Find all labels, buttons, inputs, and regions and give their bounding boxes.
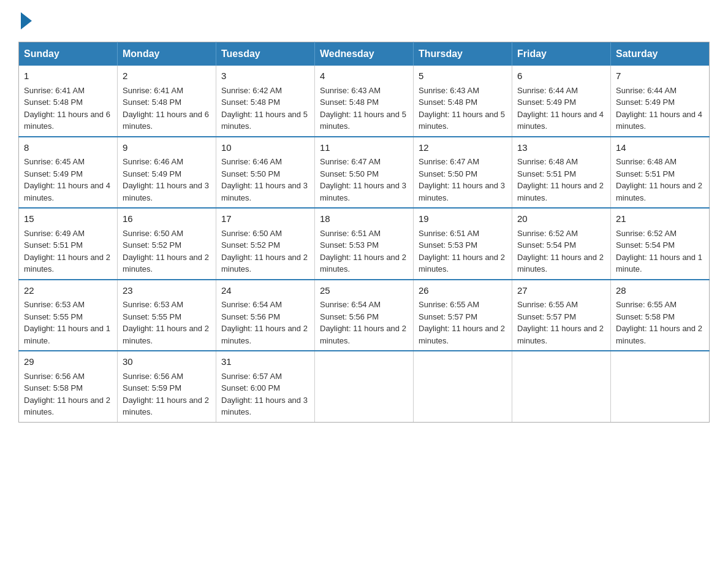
calendar-cell: 12 Sunrise: 6:47 AMSunset: 5:50 PMDaylig…: [414, 137, 512, 209]
day-number: 10: [221, 141, 309, 155]
day-number: 29: [24, 355, 112, 369]
day-number: 8: [24, 141, 112, 155]
day-number: 26: [419, 284, 507, 298]
day-info: Sunrise: 6:56 AMSunset: 5:58 PMDaylight:…: [24, 372, 110, 417]
calendar-cell: 21 Sunrise: 6:52 AMSunset: 5:54 PMDaylig…: [611, 208, 710, 280]
day-info: Sunrise: 6:52 AMSunset: 5:54 PMDaylight:…: [616, 229, 702, 274]
page-header: [18, 12, 710, 29]
day-info: Sunrise: 6:55 AMSunset: 5:57 PMDaylight:…: [419, 300, 505, 345]
calendar-cell: 1 Sunrise: 6:41 AMSunset: 5:48 PMDayligh…: [19, 66, 118, 137]
calendar-cell: 26 Sunrise: 6:55 AMSunset: 5:57 PMDaylig…: [414, 280, 512, 351]
day-number: 27: [517, 284, 605, 298]
day-info: Sunrise: 6:41 AMSunset: 5:48 PMDaylight:…: [123, 86, 209, 131]
calendar-cell: 30 Sunrise: 6:56 AMSunset: 5:59 PMDaylig…: [118, 351, 216, 422]
day-info: Sunrise: 6:54 AMSunset: 5:56 PMDaylight:…: [320, 300, 406, 345]
day-info: Sunrise: 6:45 AMSunset: 5:49 PMDaylight:…: [24, 157, 110, 202]
day-info: Sunrise: 6:56 AMSunset: 5:59 PMDaylight:…: [123, 372, 209, 417]
day-info: Sunrise: 6:46 AMSunset: 5:49 PMDaylight:…: [123, 157, 209, 202]
day-number: 20: [517, 212, 605, 226]
calendar-cell: 27 Sunrise: 6:55 AMSunset: 5:57 PMDaylig…: [512, 280, 611, 351]
day-number: 19: [419, 212, 507, 226]
day-info: Sunrise: 6:50 AMSunset: 5:52 PMDaylight:…: [123, 229, 209, 274]
calendar-cell: 8 Sunrise: 6:45 AMSunset: 5:49 PMDayligh…: [19, 137, 118, 209]
day-info: Sunrise: 6:55 AMSunset: 5:58 PMDaylight:…: [616, 300, 702, 345]
header-row: SundayMondayTuesdayWednesdayThursdayFrid…: [19, 42, 710, 66]
day-info: Sunrise: 6:48 AMSunset: 5:51 PMDaylight:…: [616, 157, 702, 202]
day-number: 1: [24, 69, 112, 83]
header-cell-friday: Friday: [512, 42, 611, 66]
day-info: Sunrise: 6:55 AMSunset: 5:57 PMDaylight:…: [517, 300, 604, 345]
day-info: Sunrise: 6:54 AMSunset: 5:56 PMDaylight:…: [221, 300, 308, 345]
calendar-week-row: 29 Sunrise: 6:56 AMSunset: 5:58 PMDaylig…: [19, 351, 710, 422]
calendar-cell: 18 Sunrise: 6:51 AMSunset: 5:53 PMDaylig…: [315, 208, 414, 280]
calendar-cell: 22 Sunrise: 6:53 AMSunset: 5:55 PMDaylig…: [19, 280, 118, 351]
day-info: Sunrise: 6:52 AMSunset: 5:54 PMDaylight:…: [517, 229, 604, 274]
day-number: 23: [123, 284, 211, 298]
day-info: Sunrise: 6:43 AMSunset: 5:48 PMDaylight:…: [419, 86, 505, 131]
day-number: 15: [24, 212, 112, 226]
header-cell-sunday: Sunday: [19, 42, 118, 66]
day-number: 30: [123, 355, 211, 369]
logo-arrow-icon: [21, 12, 32, 29]
calendar-cell: 20 Sunrise: 6:52 AMSunset: 5:54 PMDaylig…: [512, 208, 611, 280]
calendar-table: SundayMondayTuesdayWednesdayThursdayFrid…: [18, 42, 710, 423]
calendar-cell: 4 Sunrise: 6:43 AMSunset: 5:48 PMDayligh…: [315, 66, 414, 137]
calendar-cell: 17 Sunrise: 6:50 AMSunset: 5:52 PMDaylig…: [216, 208, 315, 280]
day-number: 7: [616, 69, 704, 83]
day-info: Sunrise: 6:57 AMSunset: 6:00 PMDaylight:…: [221, 372, 308, 417]
calendar-cell: 29 Sunrise: 6:56 AMSunset: 5:58 PMDaylig…: [19, 351, 118, 422]
calendar-cell: 7 Sunrise: 6:44 AMSunset: 5:49 PMDayligh…: [611, 66, 710, 137]
logo: [18, 12, 32, 29]
calendar-cell: 10 Sunrise: 6:46 AMSunset: 5:50 PMDaylig…: [216, 137, 315, 209]
day-number: 31: [221, 355, 309, 369]
day-info: Sunrise: 6:47 AMSunset: 5:50 PMDaylight:…: [320, 157, 406, 202]
day-info: Sunrise: 6:47 AMSunset: 5:50 PMDaylight:…: [419, 157, 505, 202]
calendar-week-row: 8 Sunrise: 6:45 AMSunset: 5:49 PMDayligh…: [19, 137, 710, 209]
day-info: Sunrise: 6:51 AMSunset: 5:53 PMDaylight:…: [320, 229, 406, 274]
calendar-cell: [512, 351, 611, 422]
header-cell-wednesday: Wednesday: [315, 42, 414, 66]
day-info: Sunrise: 6:53 AMSunset: 5:55 PMDaylight:…: [24, 300, 110, 345]
calendar-cell: 2 Sunrise: 6:41 AMSunset: 5:48 PMDayligh…: [118, 66, 216, 137]
calendar-body: 1 Sunrise: 6:41 AMSunset: 5:48 PMDayligh…: [19, 66, 710, 422]
day-number: 21: [616, 212, 704, 226]
day-info: Sunrise: 6:44 AMSunset: 5:49 PMDaylight:…: [616, 86, 702, 131]
day-info: Sunrise: 6:50 AMSunset: 5:52 PMDaylight:…: [221, 229, 308, 274]
day-info: Sunrise: 6:43 AMSunset: 5:48 PMDaylight:…: [320, 86, 406, 131]
calendar-cell: 9 Sunrise: 6:46 AMSunset: 5:49 PMDayligh…: [118, 137, 216, 209]
day-info: Sunrise: 6:42 AMSunset: 5:48 PMDaylight:…: [221, 86, 308, 131]
day-number: 12: [419, 141, 507, 155]
calendar-cell: 14 Sunrise: 6:48 AMSunset: 5:51 PMDaylig…: [611, 137, 710, 209]
calendar-week-row: 15 Sunrise: 6:49 AMSunset: 5:51 PMDaylig…: [19, 208, 710, 280]
calendar-week-row: 22 Sunrise: 6:53 AMSunset: 5:55 PMDaylig…: [19, 280, 710, 351]
day-info: Sunrise: 6:41 AMSunset: 5:48 PMDaylight:…: [24, 86, 110, 131]
calendar-cell: 19 Sunrise: 6:51 AMSunset: 5:53 PMDaylig…: [414, 208, 512, 280]
day-number: 25: [320, 284, 408, 298]
calendar-cell: 25 Sunrise: 6:54 AMSunset: 5:56 PMDaylig…: [315, 280, 414, 351]
calendar-cell: [611, 351, 710, 422]
header-cell-thursday: Thursday: [414, 42, 512, 66]
day-number: 18: [320, 212, 408, 226]
day-number: 17: [221, 212, 309, 226]
day-number: 16: [123, 212, 211, 226]
calendar-cell: 24 Sunrise: 6:54 AMSunset: 5:56 PMDaylig…: [216, 280, 315, 351]
calendar-cell: 31 Sunrise: 6:57 AMSunset: 6:00 PMDaylig…: [216, 351, 315, 422]
calendar-cell: 13 Sunrise: 6:48 AMSunset: 5:51 PMDaylig…: [512, 137, 611, 209]
day-number: 6: [517, 69, 605, 83]
day-number: 3: [221, 69, 309, 83]
header-cell-monday: Monday: [118, 42, 216, 66]
day-info: Sunrise: 6:48 AMSunset: 5:51 PMDaylight:…: [517, 157, 604, 202]
day-number: 22: [24, 284, 112, 298]
day-number: 28: [616, 284, 704, 298]
calendar-week-row: 1 Sunrise: 6:41 AMSunset: 5:48 PMDayligh…: [19, 66, 710, 137]
day-number: 9: [123, 141, 211, 155]
day-number: 2: [123, 69, 211, 83]
header-cell-saturday: Saturday: [611, 42, 710, 66]
calendar-header: SundayMondayTuesdayWednesdayThursdayFrid…: [19, 42, 710, 66]
day-info: Sunrise: 6:51 AMSunset: 5:53 PMDaylight:…: [419, 229, 505, 274]
calendar-cell: 6 Sunrise: 6:44 AMSunset: 5:49 PMDayligh…: [512, 66, 611, 137]
calendar-cell: [315, 351, 414, 422]
day-number: 14: [616, 141, 704, 155]
day-number: 4: [320, 69, 408, 83]
day-number: 11: [320, 141, 408, 155]
